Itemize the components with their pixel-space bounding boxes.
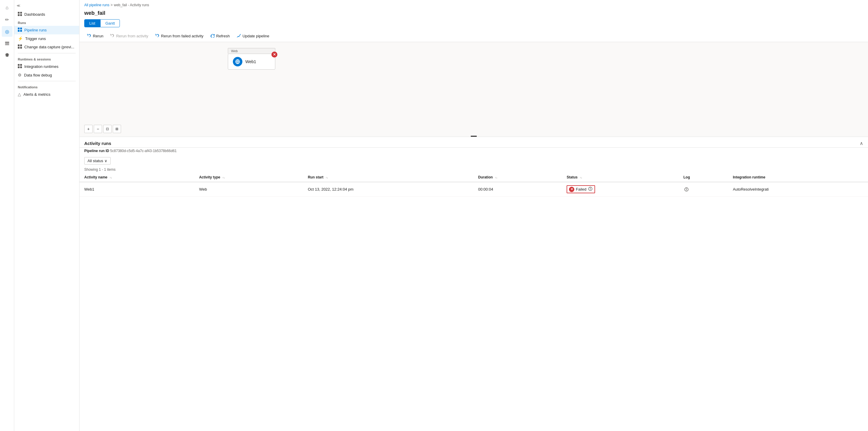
svg-rect-10 <box>20 30 22 32</box>
status-filter-dropdown[interactable]: All status ∨ <box>84 157 111 165</box>
canvas-divider <box>471 136 477 137</box>
sidebar-item-pipeline-runs[interactable]: Pipeline runs <box>14 26 79 34</box>
rerun-from-failed-label: Rerun from failed activity <box>161 34 204 38</box>
pipeline-run-id-label: Pipeline run ID <box>84 149 109 153</box>
breadcrumb-current: web_fail - Activity runs <box>114 3 149 7</box>
data-flow-debug-label: Data flow debug <box>24 73 52 77</box>
rerun-from-failed-icon <box>155 33 160 38</box>
zoom-out-button[interactable]: − <box>94 125 102 133</box>
dashboards-icon <box>18 12 22 17</box>
rerun-from-activity-button[interactable]: Rerun from activity <box>107 32 151 40</box>
activity-runs-table: Activity name ↑↓ Activity type ↑↓ Run st… <box>80 173 868 197</box>
log-icon[interactable] <box>683 187 689 192</box>
data-flow-debug-icon: ⚙ <box>18 73 22 77</box>
svg-point-24 <box>590 188 590 188</box>
activity-runs-section: Activity runs ∧ Pipeline run ID 5c87380d… <box>80 137 868 431</box>
cell-integration-runtime: AutoResolveIntegrati <box>728 182 868 197</box>
reset-view-button[interactable]: ⊞ <box>113 125 121 133</box>
svg-rect-4 <box>20 12 22 13</box>
sidebar-item-dashboards[interactable]: Dashboards <box>14 10 79 19</box>
pipeline-runs-label: Pipeline runs <box>24 28 46 32</box>
refresh-button[interactable]: Refresh <box>208 32 233 40</box>
divider-2 <box>18 81 75 81</box>
col-log: Log <box>679 173 728 182</box>
svg-rect-7 <box>18 28 20 29</box>
col-activity-type: Activity type ↑↓ <box>194 173 303 182</box>
svg-rect-3 <box>18 12 20 13</box>
zoom-in-button[interactable]: + <box>84 125 93 133</box>
toolbar: Rerun Rerun from activity Rerun from fai… <box>80 30 868 42</box>
canvas-area: Web Web1 ✕ + − <box>80 42 868 137</box>
col-run-start: Run start ↑↓ <box>303 173 473 182</box>
update-pipeline-button[interactable]: Update pipeline <box>234 32 272 40</box>
table-row: Web1 Web Oct 13, 2022, 12:24:04 pm 00:00… <box>80 182 868 197</box>
main-content: All pipeline runs > web_fail - Activity … <box>80 0 868 431</box>
svg-rect-18 <box>20 66 22 68</box>
refresh-label: Refresh <box>216 34 230 38</box>
pipeline-runs-icon <box>18 28 22 33</box>
sort-icon-status[interactable]: ↑↓ <box>580 177 582 179</box>
rerun-from-failed-button[interactable]: Rerun from failed activity <box>153 32 207 40</box>
status-filter-label: All status <box>88 159 103 163</box>
svg-rect-15 <box>18 64 20 66</box>
sidebar-item-integration-runtimes[interactable]: Integration runtimes <box>14 62 79 71</box>
sidebar-item-change-data[interactable]: Change data capture (previ... <box>14 43 79 51</box>
sidebar-icon-monitor[interactable]: ◎ <box>2 26 12 37</box>
pipeline-node-group: Web Web1 ✕ <box>228 48 275 70</box>
svg-rect-12 <box>20 44 22 46</box>
sidebar-icon-edit[interactable]: ✏ <box>2 14 12 25</box>
activity-runs-title: Activity runs <box>84 141 111 146</box>
tab-list[interactable]: List <box>84 19 100 27</box>
fit-screen-button[interactable]: ⊡ <box>103 125 112 133</box>
sidebar-icon-home[interactable]: ⌂ <box>2 2 12 13</box>
rerun-from-activity-label: Rerun from activity <box>116 34 148 38</box>
page-title: web_fail <box>80 9 868 19</box>
sort-icon-activity-name[interactable]: ↑↓ <box>110 177 112 179</box>
pipeline-node[interactable]: Web1 ✕ <box>228 54 275 70</box>
sidebar-icon-toolbox[interactable] <box>2 38 12 48</box>
status-text: Failed <box>576 187 586 192</box>
tab-gantt[interactable]: Gantt <box>100 19 120 27</box>
cell-run-start: Oct 13, 2022, 12:24:04 pm <box>303 182 473 197</box>
pipeline-node-container: Web Web1 ✕ <box>228 48 275 70</box>
pipeline-run-id-row: Pipeline run ID 5c87380d-c5d5-4a7c-af43-… <box>80 147 868 155</box>
sidebar-collapse-button[interactable]: ≪ <box>17 4 21 8</box>
node-group-label: Web <box>228 48 275 54</box>
alerts-metrics-icon: △ <box>18 92 21 97</box>
status-info-icon[interactable] <box>588 187 593 192</box>
sidebar-icon-learn[interactable] <box>2 50 12 61</box>
status-filter-chevron: ∨ <box>104 159 107 163</box>
sidebar-item-data-flow-debug[interactable]: ⚙ Data flow debug <box>14 71 79 79</box>
canvas-controls: + − ⊡ ⊞ <box>84 125 121 133</box>
sort-icon-duration[interactable]: ↑↓ <box>495 177 497 179</box>
change-data-icon <box>18 44 22 49</box>
trigger-runs-label: Trigger runs <box>25 36 46 41</box>
notifications-section-label: Notifications <box>14 83 79 90</box>
collapse-button[interactable]: ∧ <box>860 140 863 146</box>
change-data-label: Change data capture (previ... <box>24 45 74 49</box>
svg-point-27 <box>686 189 686 189</box>
svg-rect-8 <box>20 28 22 29</box>
status-box: ✕ Failed <box>567 185 595 193</box>
breadcrumb-parent-link[interactable]: All pipeline runs <box>84 3 110 7</box>
sidebar-item-alerts-metrics[interactable]: △ Alerts & metrics <box>14 90 79 98</box>
alerts-metrics-label: Alerts & metrics <box>24 92 51 97</box>
sort-icon-run-start[interactable]: ↑↓ <box>326 177 328 179</box>
breadcrumb: All pipeline runs > web_fail - Activity … <box>80 0 868 9</box>
sidebar-nav: ≪ Dashboards Runs Pipeline runs ⚡ Trigge… <box>14 0 80 431</box>
integration-runtimes-label: Integration runtimes <box>24 64 58 69</box>
svg-rect-11 <box>18 44 20 46</box>
sort-icon-activity-type[interactable]: ↑↓ <box>222 177 225 179</box>
svg-rect-9 <box>18 30 20 32</box>
pipeline-run-id-value: 5c87380d-c5d5-4a7c-af43-1b5378b66d61 <box>110 149 177 153</box>
runtimes-section-label: Runtimes & sessions <box>14 55 79 62</box>
status-failed-icon: ✕ <box>569 187 574 192</box>
cell-activity-name: Web1 <box>80 182 194 197</box>
dashboards-label: Dashboards <box>24 12 45 16</box>
update-pipeline-label: Update pipeline <box>242 34 269 38</box>
sidebar-item-trigger-runs[interactable]: ⚡ Trigger runs <box>14 34 79 43</box>
col-duration: Duration ↑↓ <box>473 173 562 182</box>
svg-rect-5 <box>18 14 20 16</box>
rerun-button[interactable]: Rerun <box>84 32 106 40</box>
rerun-icon <box>87 33 91 38</box>
